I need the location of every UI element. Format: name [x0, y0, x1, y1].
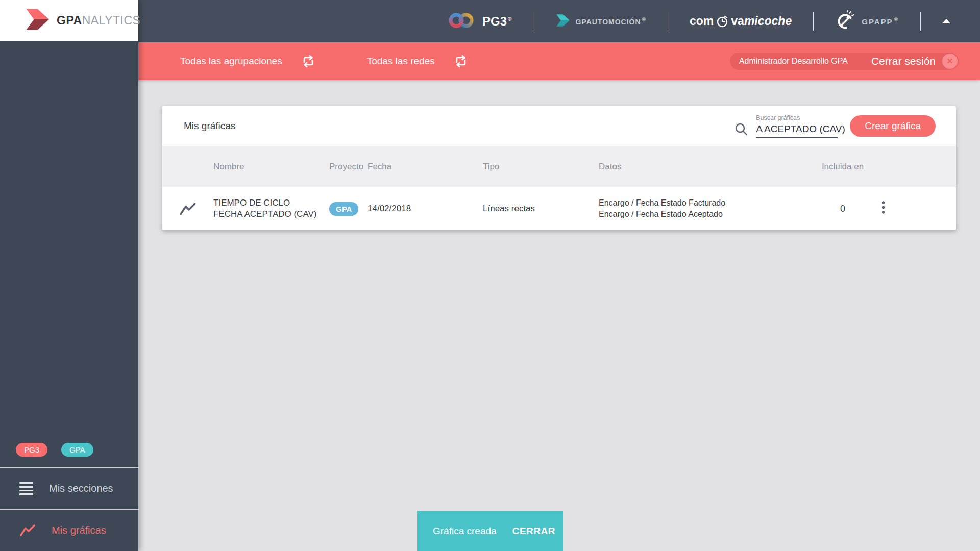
sidebar-item-label: Mis secciones [49, 483, 113, 494]
brand-gpapp: GPAPP® [835, 10, 899, 33]
column-header-datos: Datos [599, 162, 813, 172]
top-header: PG3® GPAUTOMOCIÓN® com vamicoche [138, 0, 980, 42]
sidebar: GPANALYTICS® PG3 GPA Mis secciones Mis g… [0, 0, 138, 551]
chart-type-icon [179, 202, 197, 219]
gpapp-wrench-icon [835, 10, 855, 33]
sidebar-item-label: Mis gráficas [52, 524, 106, 536]
brand-gpautomocion: GPAUTOMOCIÓN® [555, 13, 646, 30]
header-separator [668, 12, 668, 31]
app-logo: GPANALYTICS® [0, 0, 138, 41]
user-session-pill: Administrador Desarrollo GPA Cerrar sesi… [730, 53, 959, 70]
column-header-fecha: Fecha [368, 162, 483, 172]
toast-message: Gráfica creada [433, 525, 497, 537]
logout-button[interactable]: Cerrar sesión [871, 55, 936, 67]
collapse-header-arrow-icon[interactable] [942, 19, 950, 23]
brand-gpautomocion-label: GPAUTOMOCIÓN® [575, 17, 646, 26]
chart-data-series: Encargo / Fecha Estado Facturado Encargo… [599, 197, 813, 220]
search-label: Buscar gráficas [756, 114, 838, 121]
search-input-value: A ACEPTADO (CAV) [756, 123, 845, 135]
create-chart-button[interactable]: Crear gráfica [850, 115, 936, 137]
project-badge: GPA [329, 202, 358, 216]
swap-icon[interactable] [301, 54, 316, 68]
sidebar-item-mis-secciones[interactable]: Mis secciones [0, 468, 138, 509]
sidebar-bottom: PG3 GPA Mis secciones Mis gráficas [0, 443, 138, 551]
gpanalytics-arrow-icon [23, 7, 50, 34]
brand-pg3: PG3® [447, 11, 511, 32]
brand-pg3-label: PG3® [482, 14, 511, 29]
table-header-row: Nombre Proyecto Fecha Tipo Datos Incluid… [162, 146, 956, 187]
brand-gpapp-label: GPAPP® [862, 17, 899, 26]
brand-comvamicoche-label: com vamicoche [690, 14, 792, 29]
row-menu-kebab-icon[interactable] [877, 198, 889, 219]
filter-agrupaciones-label: Todas las agrupaciones [180, 56, 282, 67]
toast-close-button[interactable]: CERRAR [512, 525, 555, 537]
charts-card: Mis gráficas Buscar gráficas A ACEPTADO … [162, 106, 956, 230]
filter-redes[interactable]: Todas las redes [367, 54, 469, 68]
column-header-proyecto: Proyecto [329, 162, 368, 172]
chart-name[interactable]: TIEMPO DE CICLO FECHA ACEPTADO (CAV) [213, 197, 329, 220]
column-header-tipo: Tipo [483, 162, 599, 172]
search-input[interactable]: A ACEPTADO (CAV) [756, 123, 838, 138]
logout-x-icon[interactable]: ✕ [942, 54, 958, 69]
chart-date: 14/02/2018 [368, 204, 483, 214]
column-header-incluida-en: Incluida en [822, 162, 864, 172]
search-field[interactable]: Buscar gráficas A ACEPTADO (CAV) [756, 114, 838, 138]
search-zone: Buscar gráficas A ACEPTADO (CAV) Crear g… [734, 114, 936, 138]
line-chart-icon [19, 523, 36, 538]
filter-agrupaciones[interactable]: Todas las agrupaciones [180, 54, 316, 68]
pg3-infinity-icon [447, 11, 476, 32]
brand-comvamicoche: com vamicoche [690, 14, 792, 29]
swap-icon[interactable] [453, 54, 469, 68]
table-row[interactable]: TIEMPO DE CICLO FECHA ACEPTADO (CAV) GPA… [162, 187, 956, 230]
gpautomocion-arrow-icon [555, 13, 570, 30]
search-icon [734, 122, 748, 138]
sections-icon [19, 482, 33, 495]
card-header: Mis gráficas Buscar gráficas A ACEPTADO … [162, 106, 956, 146]
data-series-line2: Encargo / Fecha Estado Aceptado [599, 209, 813, 220]
column-header-nombre: Nombre [213, 162, 329, 172]
included-in-count: 0 [840, 204, 845, 214]
project-badges: PG3 GPA [0, 443, 138, 467]
current-user-label: Administrador Desarrollo GPA [739, 57, 848, 66]
toast-snackbar: Gráfica creada CERRAR [417, 511, 564, 551]
badge-pg3[interactable]: PG3 [16, 443, 47, 457]
data-series-line1: Encargo / Fecha Estado Facturado [599, 197, 813, 209]
clock-icon [715, 14, 729, 29]
filter-redes-label: Todas las redes [367, 56, 435, 67]
header-separator [920, 12, 921, 31]
chart-type: Líneas rectas [483, 204, 599, 214]
header-separator [533, 12, 533, 31]
sidebar-item-mis-graficas[interactable]: Mis gráficas [0, 510, 138, 551]
app-logo-label: GPANALYTICS® [57, 14, 145, 28]
header-separator [813, 12, 814, 31]
filter-bar: Todas las agrupaciones Todas las redes A… [138, 42, 980, 80]
badge-gpa[interactable]: GPA [61, 443, 93, 457]
page-title: Mis gráficas [184, 120, 235, 132]
